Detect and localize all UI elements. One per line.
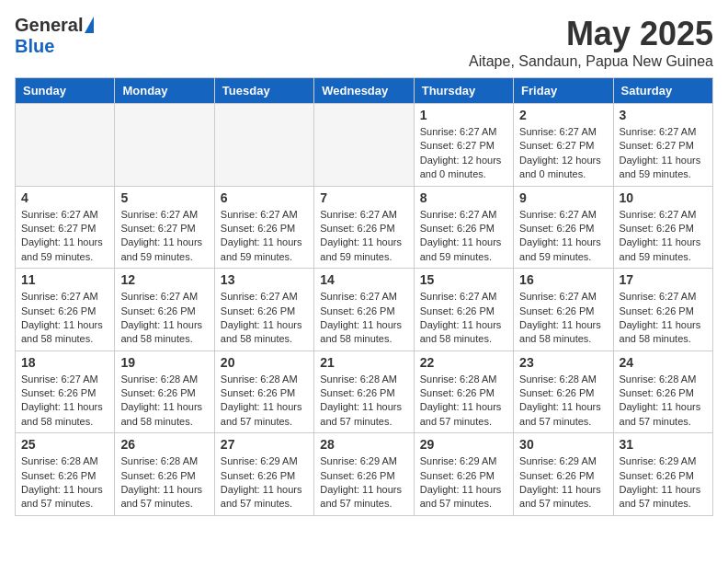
calendar-cell: 24Sunrise: 6:28 AMSunset: 6:26 PMDayligh… [613,350,712,433]
day-number: 21 [320,355,407,370]
day-info: Sunrise: 6:27 AMSunset: 6:26 PMDaylight:… [620,290,707,347]
day-number: 19 [120,355,208,370]
calendar-cell: 16Sunrise: 6:27 AMSunset: 6:26 PMDayligh… [514,269,613,351]
day-info: Sunrise: 6:28 AMSunset: 6:26 PMDaylight:… [320,373,407,430]
calendar-cell: 19Sunrise: 6:28 AMSunset: 6:26 PMDayligh… [115,350,214,433]
calendar-cell: 30Sunrise: 6:29 AMSunset: 6:26 PMDayligh… [514,433,613,516]
calendar-cell [16,104,115,187]
calendar-week-1: 1Sunrise: 6:27 AMSunset: 6:27 PMDaylight… [16,104,713,187]
day-info: Sunrise: 6:29 AMSunset: 6:26 PMDaylight:… [420,454,507,511]
day-info: Sunrise: 6:27 AMSunset: 6:27 PMDaylight:… [21,208,108,265]
day-number: 13 [221,272,308,287]
calendar-cell: 23Sunrise: 6:28 AMSunset: 6:26 PMDayligh… [514,350,613,433]
calendar-cell: 20Sunrise: 6:28 AMSunset: 6:26 PMDayligh… [214,350,313,433]
logo-triangle-icon [85,17,94,33]
day-number: 31 [620,437,707,452]
day-number: 18 [21,355,108,370]
day-info: Sunrise: 6:27 AMSunset: 6:27 PMDaylight:… [120,208,208,265]
calendar-cell: 1Sunrise: 6:27 AMSunset: 6:27 PMDaylight… [414,104,513,187]
day-number: 23 [519,355,607,370]
page-header: General Blue May 2025 Aitape, Sandaun, P… [15,15,713,70]
calendar-cell: 14Sunrise: 6:27 AMSunset: 6:26 PMDayligh… [314,269,414,351]
day-info: Sunrise: 6:29 AMSunset: 6:26 PMDaylight:… [519,454,607,511]
day-info: Sunrise: 6:28 AMSunset: 6:26 PMDaylight:… [21,454,108,511]
calendar-cell [314,104,414,187]
day-number: 22 [420,355,507,370]
day-number: 6 [221,190,308,205]
day-number: 16 [519,272,607,287]
day-number: 10 [620,190,707,205]
calendar-cell: 13Sunrise: 6:27 AMSunset: 6:26 PMDayligh… [214,269,313,351]
day-info: Sunrise: 6:28 AMSunset: 6:26 PMDaylight:… [120,454,208,511]
calendar-cell: 10Sunrise: 6:27 AMSunset: 6:26 PMDayligh… [613,186,712,269]
calendar-cell: 28Sunrise: 6:29 AMSunset: 6:26 PMDayligh… [314,433,414,516]
day-number: 1 [420,108,507,122]
day-info: Sunrise: 6:27 AMSunset: 6:27 PMDaylight:… [620,125,707,182]
calendar-cell: 17Sunrise: 6:27 AMSunset: 6:26 PMDayligh… [613,269,712,351]
calendar-cell: 11Sunrise: 6:27 AMSunset: 6:26 PMDayligh… [16,269,115,351]
calendar-cell: 25Sunrise: 6:28 AMSunset: 6:26 PMDayligh… [16,433,115,516]
day-info: Sunrise: 6:27 AMSunset: 6:26 PMDaylight:… [420,290,507,347]
day-number: 29 [420,437,507,452]
calendar-cell: 27Sunrise: 6:29 AMSunset: 6:26 PMDayligh… [214,433,313,516]
day-info: Sunrise: 6:28 AMSunset: 6:26 PMDaylight:… [519,373,607,430]
day-number: 24 [620,355,707,370]
calendar-cell: 5Sunrise: 6:27 AMSunset: 6:27 PMDaylight… [115,186,214,269]
day-number: 28 [320,437,407,452]
calendar-cell: 6Sunrise: 6:27 AMSunset: 6:26 PMDaylight… [214,186,313,269]
calendar-table: SundayMondayTuesdayWednesdayThursdayFrid… [15,77,713,516]
day-number: 7 [320,190,407,205]
day-number: 14 [320,272,407,287]
weekday-header-saturday: Saturday [613,78,712,104]
calendar-cell: 18Sunrise: 6:27 AMSunset: 6:26 PMDayligh… [16,350,115,433]
calendar-header-row: SundayMondayTuesdayWednesdayThursdayFrid… [16,78,713,104]
day-number: 12 [120,272,208,287]
weekday-header-tuesday: Tuesday [214,78,313,104]
calendar-cell: 8Sunrise: 6:27 AMSunset: 6:26 PMDaylight… [414,186,513,269]
calendar-cell: 21Sunrise: 6:28 AMSunset: 6:26 PMDayligh… [314,350,414,433]
day-number: 2 [519,108,607,122]
day-number: 9 [519,190,607,205]
day-info: Sunrise: 6:27 AMSunset: 6:26 PMDaylight:… [320,208,407,265]
weekday-header-thursday: Thursday [414,78,513,104]
day-info: Sunrise: 6:27 AMSunset: 6:27 PMDaylight:… [420,125,507,182]
day-info: Sunrise: 6:29 AMSunset: 6:26 PMDaylight:… [620,454,707,511]
calendar-cell: 4Sunrise: 6:27 AMSunset: 6:27 PMDaylight… [16,186,115,269]
calendar-cell [214,104,313,187]
day-info: Sunrise: 6:27 AMSunset: 6:26 PMDaylight:… [620,208,707,265]
day-info: Sunrise: 6:28 AMSunset: 6:26 PMDaylight:… [120,373,208,430]
day-info: Sunrise: 6:29 AMSunset: 6:26 PMDaylight:… [221,454,308,511]
day-info: Sunrise: 6:27 AMSunset: 6:26 PMDaylight:… [519,290,607,347]
day-info: Sunrise: 6:27 AMSunset: 6:27 PMDaylight:… [519,125,607,182]
day-info: Sunrise: 6:27 AMSunset: 6:26 PMDaylight:… [221,208,308,265]
day-info: Sunrise: 6:27 AMSunset: 6:26 PMDaylight:… [21,290,108,347]
day-number: 11 [21,272,108,287]
calendar-cell: 26Sunrise: 6:28 AMSunset: 6:26 PMDayligh… [115,433,214,516]
day-number: 25 [21,437,108,452]
title-section: May 2025 Aitape, Sandaun, Papua New Guin… [469,15,713,70]
calendar-cell: 3Sunrise: 6:27 AMSunset: 6:27 PMDaylight… [613,104,712,187]
day-info: Sunrise: 6:27 AMSunset: 6:26 PMDaylight:… [320,290,407,347]
calendar-cell: 7Sunrise: 6:27 AMSunset: 6:26 PMDaylight… [314,186,414,269]
calendar-cell: 9Sunrise: 6:27 AMSunset: 6:26 PMDaylight… [514,186,613,269]
day-info: Sunrise: 6:27 AMSunset: 6:26 PMDaylight:… [21,373,108,430]
day-number: 3 [620,108,707,122]
day-number: 30 [519,437,607,452]
location-title: Aitape, Sandaun, Papua New Guinea [469,53,713,70]
logo: General Blue [15,15,94,57]
calendar-week-5: 25Sunrise: 6:28 AMSunset: 6:26 PMDayligh… [16,433,713,516]
day-info: Sunrise: 6:27 AMSunset: 6:26 PMDaylight:… [420,208,507,265]
calendar-cell [115,104,214,187]
month-title: May 2025 [469,15,713,53]
day-number: 17 [620,272,707,287]
day-info: Sunrise: 6:29 AMSunset: 6:26 PMDaylight:… [320,454,407,511]
calendar-week-2: 4Sunrise: 6:27 AMSunset: 6:27 PMDaylight… [16,186,713,269]
weekday-header-friday: Friday [514,78,613,104]
day-number: 27 [221,437,308,452]
calendar-cell: 2Sunrise: 6:27 AMSunset: 6:27 PMDaylight… [514,104,613,187]
weekday-header-sunday: Sunday [16,78,115,104]
day-number: 15 [420,272,507,287]
logo-blue: Blue [15,36,54,57]
day-number: 5 [120,190,208,205]
day-info: Sunrise: 6:27 AMSunset: 6:26 PMDaylight:… [120,290,208,347]
